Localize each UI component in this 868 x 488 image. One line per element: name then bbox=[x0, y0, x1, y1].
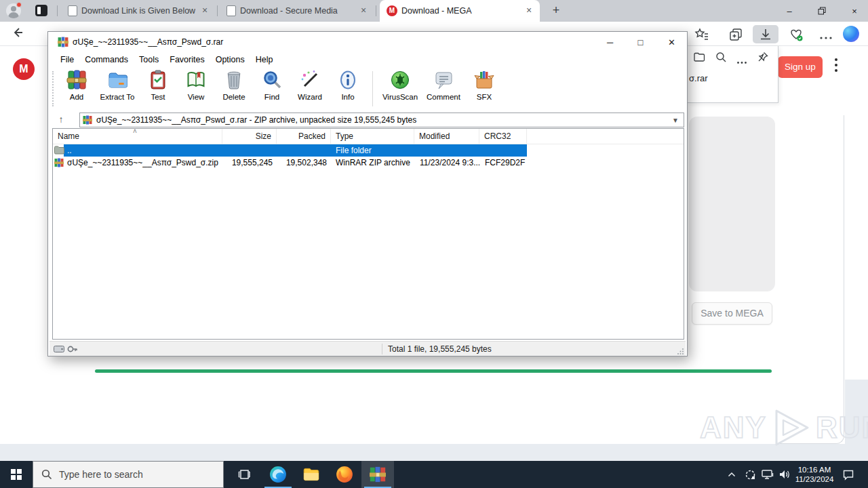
signup-button[interactable]: Sign up bbox=[778, 56, 823, 78]
restore-icon bbox=[818, 7, 826, 15]
menu-commands[interactable]: Commands bbox=[79, 54, 134, 66]
comment-button[interactable]: Comment bbox=[422, 68, 465, 101]
flyout-more-icon[interactable] bbox=[736, 55, 749, 67]
wizard-wand-icon bbox=[300, 70, 320, 90]
archive-path-combobox[interactable]: σUŞe_~~2311935~~__Asπσ_Pswd_σ.rar - ZIP … bbox=[79, 113, 684, 127]
winrar-window: σUŞe_~~2311935~~__Asπσ_Pswd_σ.rar ─ □ ✕ … bbox=[47, 31, 688, 357]
menu-file[interactable]: File bbox=[55, 54, 79, 66]
action-center-button[interactable] bbox=[838, 461, 859, 488]
menu-options[interactable]: Options bbox=[210, 54, 250, 66]
page-favicon bbox=[226, 5, 236, 16]
column-modified[interactable]: Modified bbox=[414, 129, 479, 144]
new-tab-button[interactable]: + bbox=[548, 3, 564, 19]
volume-button[interactable] bbox=[776, 461, 793, 488]
extract-to-button[interactable]: Extract To bbox=[96, 68, 139, 101]
table-row-parent-folder[interactable]: .. File folder bbox=[53, 144, 684, 157]
workspaces-icon[interactable] bbox=[35, 5, 47, 16]
tray-show-hidden-icons[interactable] bbox=[723, 461, 741, 488]
virusscan-icon bbox=[390, 70, 410, 90]
info-button[interactable]: Info bbox=[329, 68, 367, 101]
add-button[interactable]: Add bbox=[58, 68, 96, 101]
window-restore-button[interactable] bbox=[808, 0, 835, 22]
table-row-zip-file[interactable]: σUŞe_~~2311935~~__Asπσ_Pswd_σ.zip 19,555… bbox=[53, 157, 684, 169]
virusscan-button[interactable]: VirusScan bbox=[378, 68, 422, 101]
tab-label: Download - MEGA bbox=[401, 6, 519, 16]
winrar-file-list: Name Size Packed Type Modified CRC32 ˄ .… bbox=[52, 128, 684, 340]
avatar-body bbox=[8, 12, 19, 18]
winrar-maximize-button[interactable]: □ bbox=[625, 32, 656, 52]
sfx-button[interactable]: SFX bbox=[465, 68, 503, 101]
network-button[interactable] bbox=[760, 461, 776, 488]
task-view-icon bbox=[237, 468, 251, 481]
page-kebab-menu-icon[interactable] bbox=[834, 58, 838, 75]
action-center-icon bbox=[842, 469, 854, 481]
start-button[interactable] bbox=[0, 461, 33, 488]
winrar-statusbar: Total 1 file, 19,555,245 bytes bbox=[50, 341, 686, 356]
pin-flyout-icon[interactable] bbox=[757, 51, 769, 63]
taskbar-clock[interactable]: 10:16 AM 11/23/2024 bbox=[792, 461, 837, 488]
column-crc32[interactable]: CRC32 bbox=[479, 129, 527, 144]
row-packed: 19,502,348 bbox=[277, 158, 327, 167]
window-close-button[interactable]: × bbox=[841, 0, 868, 22]
search-placeholder: Type here to search bbox=[59, 469, 143, 480]
find-button[interactable]: Find bbox=[253, 68, 291, 101]
winrar-icon bbox=[58, 37, 68, 47]
taskbar-firefox-button[interactable] bbox=[328, 461, 361, 488]
window-minimize-button[interactable]: – bbox=[776, 0, 803, 22]
tab-label: Download Link is Given Below bbox=[81, 6, 195, 16]
tab-close-icon[interactable]: × bbox=[358, 5, 369, 16]
task-view-button[interactable] bbox=[228, 461, 260, 488]
column-type[interactable]: Type bbox=[331, 129, 414, 144]
tab-separator bbox=[376, 5, 376, 16]
combobox-chevron-icon[interactable]: ▼ bbox=[670, 117, 681, 124]
tab-secure-media[interactable]: Download - Secure Media × bbox=[220, 0, 374, 22]
wizard-button[interactable]: Wizard bbox=[291, 68, 329, 101]
clock-time: 10:16 AM bbox=[795, 465, 834, 474]
row-selection-highlight bbox=[64, 144, 527, 157]
tab-close-icon[interactable]: × bbox=[524, 5, 534, 16]
mega-card-corner bbox=[776, 115, 844, 444]
back-button[interactable] bbox=[11, 26, 26, 41]
list-header: Name Size Packed Type Modified CRC32 ˄ bbox=[53, 129, 684, 144]
open-downloads-folder-icon[interactable] bbox=[693, 51, 705, 63]
save-to-mega-button[interactable]: Save to MEGA bbox=[692, 302, 772, 325]
up-directory-button[interactable]: ↑ bbox=[52, 113, 70, 127]
menu-favorites[interactable]: Favorites bbox=[164, 54, 210, 66]
taskbar-search-input[interactable]: Type here to search bbox=[33, 461, 224, 488]
menu-tools[interactable]: Tools bbox=[134, 54, 164, 66]
column-packed[interactable]: Packed bbox=[277, 129, 331, 144]
collections-icon[interactable] bbox=[728, 27, 743, 42]
winrar-file-icon bbox=[83, 115, 92, 125]
copilot-icon[interactable] bbox=[843, 26, 859, 42]
taskbar-explorer-button[interactable] bbox=[295, 461, 328, 488]
winrar-close-button[interactable]: ✕ bbox=[656, 32, 687, 52]
page-favicon bbox=[68, 5, 77, 16]
column-name[interactable]: Name bbox=[53, 129, 222, 144]
browser-essentials-icon[interactable] bbox=[789, 27, 804, 42]
resize-grip[interactable] bbox=[677, 348, 684, 354]
winrar-minimize-button[interactable]: ─ bbox=[595, 32, 625, 52]
flyout-filename-fragment[interactable]: σ.rar bbox=[689, 73, 708, 83]
find-magnifier-icon bbox=[262, 70, 282, 90]
test-button[interactable]: Test bbox=[139, 68, 177, 101]
comment-icon bbox=[433, 70, 454, 90]
taskbar-edge-button[interactable] bbox=[262, 461, 294, 488]
menu-help[interactable]: Help bbox=[250, 54, 279, 66]
downloads-flyout: σ.rar bbox=[688, 46, 778, 103]
tab-download-link[interactable]: Download Link is Given Below × bbox=[61, 0, 216, 22]
column-size[interactable]: Size bbox=[222, 129, 277, 144]
tab-close-icon[interactable]: × bbox=[199, 5, 210, 16]
delete-button[interactable]: Delete bbox=[215, 68, 253, 101]
mega-logo[interactable]: M bbox=[13, 58, 35, 80]
favorites-icon[interactable] bbox=[694, 27, 709, 42]
status-separator bbox=[382, 344, 382, 354]
downloads-icon[interactable] bbox=[758, 27, 773, 42]
tab-download-mega[interactable]: M Download - MEGA × bbox=[380, 0, 540, 22]
view-button[interactable]: View bbox=[177, 68, 215, 101]
taskbar-winrar-button[interactable] bbox=[361, 461, 394, 488]
sfx-box-icon bbox=[474, 70, 494, 90]
browser-menu-icon[interactable] bbox=[819, 30, 834, 45]
browser-tab-bar: Download Link is Given Below × Download … bbox=[0, 0, 868, 22]
tray-app-button[interactable] bbox=[742, 461, 758, 488]
search-downloads-icon[interactable] bbox=[715, 51, 727, 63]
